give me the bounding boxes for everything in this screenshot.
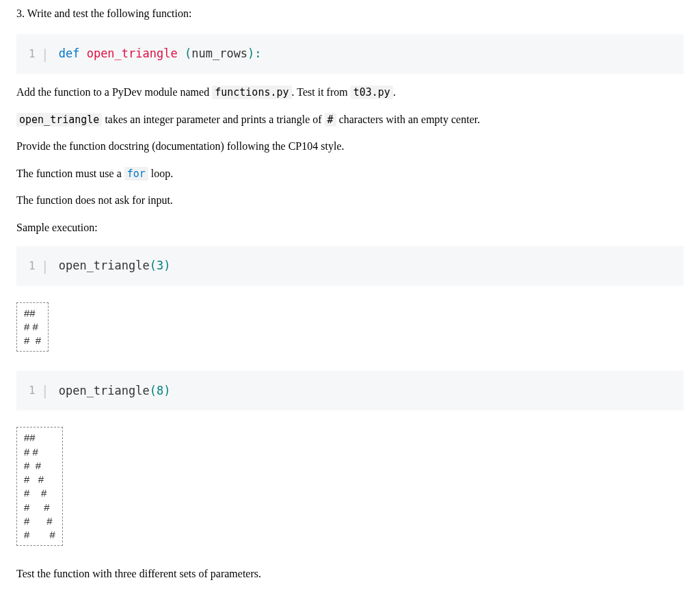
question-header: 3. Write and test the following function… [16, 5, 684, 22]
text-fragment: . [393, 86, 396, 98]
instruction-for-loop: The function must use a for loop. [16, 165, 684, 183]
close-paren-colon: ): [247, 47, 261, 60]
keyword-def: def [59, 47, 80, 60]
instruction-test-params: Test the function with three different s… [16, 565, 684, 583]
text-fragment: takes an integer parameter and prints a … [102, 114, 324, 125]
close-paren: ) [163, 259, 170, 272]
text-fragment: Add the function to a PyDev module named [16, 86, 212, 98]
open-paren: ( [185, 47, 191, 60]
text-fragment: The function must use a [16, 168, 124, 179]
inline-code-hash: # [325, 113, 336, 127]
question-number: 3. [16, 8, 25, 19]
call-argument: 3 [157, 259, 163, 272]
line-number: 1 [29, 258, 36, 274]
line-number: 1 [29, 382, 36, 399]
code-block-definition: 1 | def open_triangle (num_rows): [16, 34, 684, 74]
instruction-behavior: open_triangle takes an integer parameter… [16, 111, 684, 129]
code-line: def open_triangle (num_rows): [59, 45, 262, 63]
text-fragment: characters with an empty center. [336, 114, 481, 125]
instruction-docstring: Provide the function docstring (document… [16, 137, 684, 155]
inline-code-open-triangle: open_triangle [16, 113, 102, 127]
line-divider: | [41, 44, 49, 64]
line-number: 1 [29, 46, 36, 62]
code-block-call-1: 1 | open_triangle(3) [16, 246, 684, 286]
line-divider: | [41, 256, 49, 276]
output-box-2: ## # # # # # # # # # # # # # # [16, 427, 63, 546]
output-box-1: ## # # # # [16, 302, 49, 352]
question-prompt: Write and test the following function: [27, 8, 192, 19]
function-name: open_triangle [87, 47, 178, 60]
code-line: open_triangle(8) [59, 382, 171, 400]
inline-code-t03-py: t03.py [351, 86, 393, 99]
instruction-no-input: The function does not ask for input. [16, 192, 684, 209]
line-divider: | [41, 380, 49, 401]
open-paren: ( [150, 384, 157, 397]
open-paren: ( [150, 259, 157, 272]
inline-code-functions-py: functions.py [212, 86, 291, 99]
text-fragment: loop. [148, 168, 173, 179]
keyword-for: for [124, 167, 148, 181]
parameter: num_rows [191, 47, 247, 60]
code-block-call-2: 1 | open_triangle(8) [16, 371, 684, 410]
call-argument: 8 [157, 384, 163, 397]
code-line: open_triangle(3) [59, 257, 171, 275]
close-paren: ) [163, 384, 170, 397]
call-function-name: open_triangle [59, 259, 150, 272]
call-function-name: open_triangle [59, 384, 150, 397]
sample-execution-label: Sample execution: [16, 219, 684, 237]
text-fragment: . Test it from [292, 86, 351, 98]
instruction-module: Add the function to a PyDev module named… [16, 83, 684, 101]
